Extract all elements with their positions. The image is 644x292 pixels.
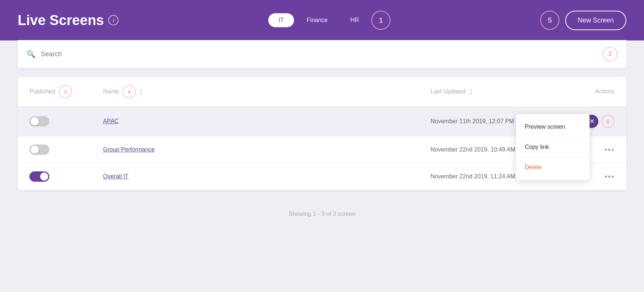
tab-bar: IT Finance HR 1 xyxy=(268,11,390,30)
row-2-name[interactable]: Group Performance xyxy=(103,146,431,153)
footer: Showing 1 - 3 of 3 screen xyxy=(0,199,644,229)
toggle-overall-it[interactable] xyxy=(29,171,49,182)
row-2-published xyxy=(29,145,103,155)
info-icon[interactable]: i xyxy=(108,15,118,25)
new-screen-button[interactable]: New Screen xyxy=(565,11,626,30)
search-bar: 🔍 2 xyxy=(18,40,626,68)
more-options-row3[interactable]: ••• xyxy=(605,172,615,181)
tab-finance[interactable]: Finance xyxy=(296,13,338,27)
col-name: Name 4 ▲▼ xyxy=(103,85,431,98)
header-left: Live Screens i xyxy=(18,13,118,28)
name-label: Name xyxy=(103,88,119,95)
page-title: Live Screens xyxy=(18,13,104,28)
toggle-group-performance[interactable] xyxy=(29,145,49,155)
copy-link-item[interactable]: Copy link xyxy=(516,139,590,156)
badge-1: 1 xyxy=(371,11,390,30)
dropdown-divider-2 xyxy=(516,157,590,157)
header-right: 5 New Screen xyxy=(540,11,626,30)
delete-item[interactable]: Delete xyxy=(516,159,590,176)
table-header-row: Published 3 Name 4 ▲▼ Last Updated ▲▼ Ac… xyxy=(18,77,626,107)
more-options-row2[interactable]: ••• xyxy=(605,146,615,154)
actions-label: Actions xyxy=(595,88,615,95)
header: Live Screens i IT Finance HR 1 5 New Scr… xyxy=(0,0,644,40)
toggle-thumb xyxy=(40,172,48,181)
row-1-name[interactable]: APAC xyxy=(103,118,431,125)
dropdown-divider xyxy=(516,137,590,137)
name-sort-icon[interactable]: ▲▼ xyxy=(139,88,143,96)
table-row: APAC November 11th 2019, 12:07 PM ✕ 6 Pr… xyxy=(18,107,626,136)
showing-label: Showing 1 - 3 of 3 screen xyxy=(289,211,355,217)
published-label: Published xyxy=(29,88,55,95)
badge-2: 2 xyxy=(603,47,618,61)
badge-3: 3 xyxy=(59,85,72,98)
tab-hr[interactable]: HR xyxy=(340,13,369,27)
badge-5: 5 xyxy=(540,11,559,30)
toggle-thumb xyxy=(31,146,39,154)
row-3-name[interactable]: Overall IT xyxy=(103,173,431,180)
badge-4: 4 xyxy=(123,85,136,98)
last-updated-label: Last Updated xyxy=(431,88,466,95)
last-updated-sort-icon[interactable]: ▲▼ xyxy=(469,88,473,96)
tab-it[interactable]: IT xyxy=(268,13,294,27)
preview-screen-item[interactable]: Preview screen xyxy=(516,118,590,135)
toggle-thumb xyxy=(31,117,39,125)
badge-6: 6 xyxy=(601,115,615,128)
col-published: Published 3 xyxy=(29,85,103,98)
screens-table: Published 3 Name 4 ▲▼ Last Updated ▲▼ Ac… xyxy=(18,77,626,190)
search-input[interactable] xyxy=(41,50,598,58)
row-1-published xyxy=(29,116,103,127)
col-actions: Actions xyxy=(570,88,615,95)
search-icon: 🔍 xyxy=(26,50,36,58)
actions-dropdown: Preview screen Copy link Delete xyxy=(516,114,590,180)
row-3-published xyxy=(29,171,103,182)
toggle-apac[interactable] xyxy=(29,116,49,127)
col-last-updated: Last Updated ▲▼ xyxy=(431,88,570,96)
